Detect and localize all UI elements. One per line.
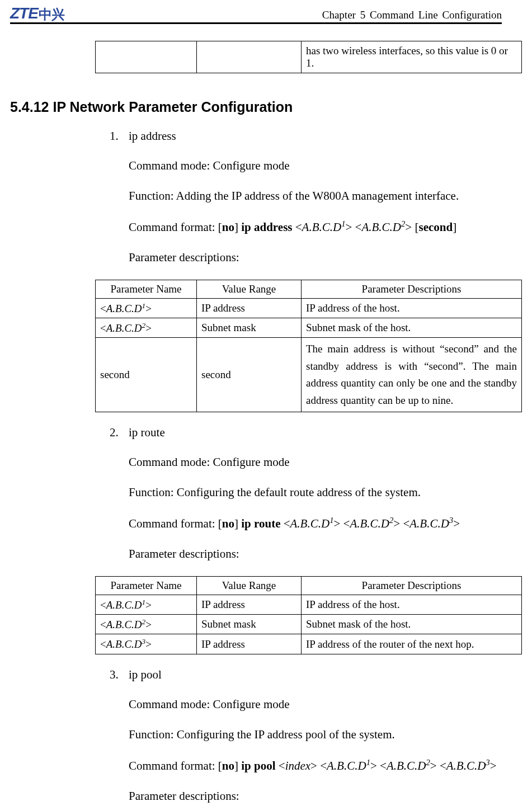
arg: index	[285, 759, 310, 772]
kw-cmd: ip pool	[241, 759, 275, 772]
th: Parameter Descriptions	[302, 280, 522, 298]
th: Parameter Name	[96, 280, 197, 298]
list-item: ip pool Command mode: Configure mode Fun…	[110, 668, 502, 805]
text: Command format: [	[129, 759, 222, 772]
command-list: ip route Command mode: Configure mode Fu…	[110, 426, 502, 563]
cell: Subnet mask of the host.	[302, 318, 522, 338]
fragment-table: has two wireless interfaces, so this val…	[95, 41, 522, 73]
cell: IP address of the router of the next hop…	[302, 634, 522, 654]
sup: 1	[329, 516, 333, 525]
logo-cn: 中兴	[39, 8, 64, 21]
text: ]	[234, 220, 241, 234]
cell: IP address of the host.	[302, 298, 522, 318]
logo-en: ZTE	[10, 6, 38, 21]
kw-no: no	[222, 517, 234, 530]
command-name: ip pool	[110, 668, 502, 682]
th: Parameter Descriptions	[302, 576, 522, 595]
cell: Subnet mask	[197, 615, 302, 634]
arg: A.B.C.D	[409, 517, 449, 530]
command-mode: Command mode: Configure mode	[129, 454, 502, 470]
sup: 3	[486, 758, 489, 767]
cell: <A.B.C.D2>	[96, 318, 197, 338]
kw-cmd: ip address	[241, 220, 292, 234]
command-mode: Command mode: Configure mode	[129, 696, 502, 713]
table-row: <A.B.C.D1> IP address IP address of the …	[96, 298, 522, 318]
table-row: <A.B.C.D1> IP address IP address of the …	[96, 595, 522, 614]
logo: ZTE 中兴	[10, 6, 64, 21]
sup: 2	[401, 219, 405, 228]
table-row: has two wireless interfaces, so this val…	[96, 41, 522, 73]
table-header-row: Parameter Name Value Range Parameter Des…	[96, 280, 522, 298]
cell: <A.B.C.D1>	[96, 595, 197, 614]
param-table-1: Parameter Name Value Range Parameter Des…	[95, 280, 522, 412]
kw-no: no	[222, 220, 234, 234]
chapter-title: Chapter 5 Command Line Configuration	[322, 9, 502, 21]
cell	[96, 41, 197, 73]
param-label: Parameter descriptions:	[129, 788, 502, 804]
text: Command format: [	[129, 517, 222, 530]
command-name: ip address	[110, 129, 502, 143]
text: ]	[234, 759, 241, 772]
text: Command format: [	[129, 220, 222, 234]
sup: 1	[341, 219, 345, 228]
th: Parameter Name	[96, 576, 197, 595]
command-function: Function: Configuring the default route …	[129, 484, 502, 501]
arg: A.B.C.D	[387, 759, 426, 772]
cell: second	[197, 338, 302, 412]
sup: 3	[449, 516, 453, 525]
cell: <A.B.C.D1>	[96, 298, 197, 318]
list-item: ip address Command mode: Configure mode …	[110, 129, 502, 266]
table-row: <A.B.C.D2> Subnet mask Subnet mask of th…	[96, 615, 522, 634]
cell: IP address	[197, 298, 302, 318]
arg: A.B.C.D	[302, 220, 342, 234]
command-name: ip route	[110, 426, 502, 440]
kw-no: no	[222, 759, 234, 772]
content: has two wireless interfaces, so this val…	[10, 41, 502, 806]
param-label: Parameter descriptions:	[129, 249, 502, 266]
command-function: Function: Adding the IP address of the W…	[129, 187, 502, 204]
cell: <A.B.C.D3>	[96, 634, 197, 654]
table-row: second second The main address is withou…	[96, 338, 522, 412]
arg: A.B.C.D	[290, 517, 330, 530]
arg: A.B.C.D	[361, 220, 401, 234]
arg: A.B.C.D	[327, 759, 366, 772]
list-item: ip route Command mode: Configure mode Fu…	[110, 426, 502, 563]
table-row: <A.B.C.D2> Subnet mask Subnet mask of th…	[96, 318, 522, 338]
arg: A.B.C.D	[350, 517, 389, 530]
sup: 1	[366, 758, 370, 767]
sup: 2	[389, 516, 393, 525]
cell: Subnet mask	[197, 318, 302, 338]
cell: has two wireless interfaces, so this val…	[302, 41, 522, 73]
command-format: Command format: [no] ip pool <index> <A.…	[129, 757, 502, 774]
command-list: ip address Command mode: Configure mode …	[110, 129, 502, 266]
command-list: ip pool Command mode: Configure mode Fun…	[110, 668, 502, 805]
command-mode: Command mode: Configure mode	[129, 157, 502, 174]
sup: 2	[426, 758, 430, 767]
cell: The main address is without “second” and…	[302, 338, 522, 412]
cell: <A.B.C.D2>	[96, 615, 197, 634]
table-row: <A.B.C.D3> IP address IP address of the …	[96, 634, 522, 654]
page: ZTE 中兴 Chapter 5 Command Line Configurat…	[0, 0, 532, 806]
th: Value Range	[197, 280, 302, 298]
arg: A.B.C.D	[446, 759, 486, 772]
command-format: Command format: [no] ip route <A.B.C.D1>…	[129, 515, 502, 532]
table-header-row: Parameter Name Value Range Parameter Des…	[96, 576, 522, 595]
cell: IP address of the host.	[302, 595, 522, 614]
section-heading: 5.4.12 IP Network Parameter Configuratio…	[10, 99, 502, 115]
cell: Subnet mask of the host.	[302, 615, 522, 634]
text: ]	[234, 517, 241, 530]
param-table-2: Parameter Name Value Range Parameter Des…	[95, 576, 522, 654]
cell	[197, 41, 302, 73]
command-function: Function: Configuring the IP address poo…	[129, 726, 502, 743]
th: Value Range	[197, 576, 302, 595]
cell: IP address	[197, 634, 302, 654]
kw-second: second	[418, 220, 453, 234]
page-header: ZTE 中兴 Chapter 5 Command Line Configurat…	[10, 6, 502, 24]
kw-cmd: ip route	[241, 517, 280, 530]
cell: IP address	[197, 595, 302, 614]
param-label: Parameter descriptions:	[129, 545, 502, 562]
cell: second	[96, 338, 197, 412]
command-format: Command format: [no] ip address <A.B.C.D…	[129, 218, 502, 235]
